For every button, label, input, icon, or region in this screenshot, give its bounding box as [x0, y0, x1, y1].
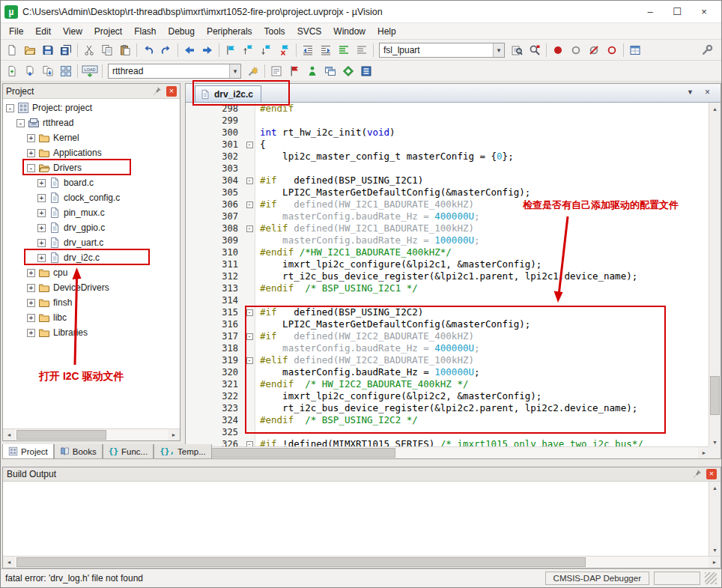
code-line-320[interactable]: 320 masterConfig.baudRate_Hz = 100000U;	[186, 366, 710, 378]
code-line-302[interactable]: 302 lpi2c_master_config_t masterConfig =…	[186, 151, 710, 163]
flag-icon[interactable]	[285, 62, 303, 80]
line-number[interactable]: 302	[186, 151, 244, 163]
code-line-318[interactable]: 318 masterConfig.baudRate_Hz = 400000U;	[186, 342, 710, 354]
scrollbar-track[interactable]	[15, 557, 709, 568]
maximize-button[interactable]: ☐	[664, 2, 691, 22]
fold-collapse-icon[interactable]: -	[244, 175, 255, 187]
line-number[interactable]: 323	[186, 402, 244, 414]
build-output-hscrollbar[interactable]: ◄ ►	[3, 556, 721, 568]
code-line-324[interactable]: 324#endif /* BSP_USING_I2C2 */	[186, 414, 710, 426]
menu-flash[interactable]: Flash	[128, 24, 162, 39]
prev-bookmark-icon[interactable]	[240, 41, 258, 59]
scroll-up-icon[interactable]: ▲	[709, 482, 721, 494]
line-number[interactable]: 311	[186, 258, 244, 270]
line-number[interactable]: 313	[186, 282, 244, 294]
expand-icon[interactable]: +	[37, 224, 46, 232]
code-line-299[interactable]: 299	[186, 115, 710, 127]
collapse-icon[interactable]: -	[27, 164, 35, 172]
breakpoints-kill-icon[interactable]	[585, 41, 603, 59]
line-number[interactable]: 312	[186, 270, 244, 282]
scrollbar-thumb[interactable]	[199, 448, 395, 458]
menu-help[interactable]: Help	[371, 24, 402, 39]
line-number[interactable]: 324	[186, 414, 244, 426]
windows-icon[interactable]	[321, 62, 339, 80]
build-output-close-icon[interactable]: ×	[706, 469, 717, 479]
paste-icon[interactable]	[116, 41, 134, 59]
view-tab-func[interactable]: {}Func...	[103, 444, 154, 459]
expand-icon[interactable]: +	[27, 134, 35, 142]
rebuild-icon[interactable]	[39, 62, 57, 80]
menu-file[interactable]: File	[3, 24, 29, 39]
expand-icon[interactable]: +	[27, 284, 35, 292]
window-layout-icon[interactable]	[626, 41, 644, 59]
configure-icon[interactable]	[698, 41, 716, 59]
redo-icon[interactable]	[157, 41, 175, 59]
tree-item-kernel[interactable]: +Kernel	[3, 130, 180, 145]
code-line-307[interactable]: 307 masterConfig.baudRate_Hz = 400000U;	[186, 210, 710, 222]
tree-item-libraries[interactable]: +Libraries	[3, 325, 180, 340]
line-number[interactable]: 315	[186, 306, 244, 318]
line-number[interactable]: 318	[186, 342, 244, 354]
scroll-right-icon[interactable]: ►	[168, 429, 180, 440]
code-line-323[interactable]: 323 rt_i2c_bus_device_register(&lpi2c2.p…	[186, 402, 710, 414]
indent-left-icon[interactable]	[299, 41, 317, 59]
code-line-313[interactable]: 313#endif /* BSP_USING_I2C1 */	[186, 282, 710, 294]
tree-item-pin-mux-c[interactable]: +pin_mux.c	[3, 205, 180, 220]
collapse-icon[interactable]: -	[6, 104, 14, 112]
manage-rte-icon[interactable]	[339, 62, 357, 80]
file-extensions-icon[interactable]	[267, 62, 285, 80]
batch-build-icon[interactable]	[57, 62, 75, 80]
build-icon[interactable]	[21, 62, 39, 80]
tree-item-finsh[interactable]: +finsh	[3, 295, 180, 310]
code-line-303[interactable]: 303	[186, 163, 710, 175]
find-in-files-icon[interactable]	[508, 41, 526, 59]
editor-horizontal-scrollbar[interactable]: ◄ ►	[186, 446, 710, 458]
code-line-304[interactable]: 304-#if defined(BSP_USING_I2C1)	[186, 175, 710, 187]
line-number[interactable]: 322	[186, 390, 244, 402]
resize-grip[interactable]	[705, 572, 717, 584]
code-line-311[interactable]: 311 imxrt_lpi2c_configure(&lpi2c1, &mast…	[186, 258, 710, 270]
scroll-up-icon[interactable]: ▲	[709, 103, 721, 115]
project-panel-close-icon[interactable]: ×	[166, 86, 177, 97]
menu-tools[interactable]: Tools	[258, 24, 291, 39]
debug-icon[interactable]	[303, 62, 321, 80]
scroll-down-icon[interactable]: ▼	[709, 544, 721, 556]
line-number[interactable]: 305	[186, 187, 244, 198]
view-tab-temp[interactable]: {},Temp...	[154, 444, 212, 459]
menu-edit[interactable]: Edit	[29, 24, 57, 39]
line-number[interactable]: 317	[186, 330, 244, 342]
find-icon[interactable]	[526, 41, 544, 59]
fold-collapse-icon[interactable]: -	[244, 354, 255, 366]
expand-icon[interactable]: +	[37, 209, 46, 217]
breakpoint-toggle-icon[interactable]	[549, 41, 567, 59]
build-output-vscrollbar[interactable]: ▲ ▼	[709, 482, 721, 556]
code-line-315[interactable]: 315-#if defined(BSP_USING_I2C2)	[186, 306, 710, 318]
tree-item-clock-config-c[interactable]: +clock_config.c	[3, 190, 180, 205]
navigate-back-icon[interactable]	[180, 41, 198, 59]
fold-collapse-icon[interactable]: -	[244, 306, 255, 318]
code-line-300[interactable]: 300int rt_hw_i2c_init(void)	[186, 127, 710, 139]
scrollbar-track[interactable]	[15, 429, 168, 440]
fold-collapse-icon[interactable]: -	[244, 139, 255, 151]
line-number[interactable]: 307	[186, 210, 244, 222]
expand-icon[interactable]: +	[27, 269, 35, 277]
breakpoint-disable-icon[interactable]	[567, 41, 585, 59]
tab-list-dropdown-icon[interactable]: ▼	[687, 88, 694, 96]
target-options-icon[interactable]	[244, 62, 262, 80]
expand-icon[interactable]: +	[37, 179, 46, 187]
tree-item-board-c[interactable]: +board.c	[3, 175, 180, 190]
line-number[interactable]: 300	[186, 127, 244, 139]
open-file-icon[interactable]	[21, 41, 39, 59]
line-number[interactable]: 306	[186, 198, 244, 210]
tree-item-project-project[interactable]: -Project: project	[3, 100, 180, 115]
code-line-301[interactable]: 301-{	[186, 139, 710, 151]
tree-item-applications[interactable]: +Applications	[3, 145, 180, 160]
menu-project[interactable]: Project	[88, 24, 128, 39]
find-combo-dropdown-icon[interactable]: ▾	[493, 43, 504, 57]
save-all-icon[interactable]	[57, 41, 75, 59]
clear-bookmarks-icon[interactable]	[276, 41, 294, 59]
tree-item-drv-uart-c[interactable]: +drv_uart.c	[3, 235, 180, 250]
uncomment-icon[interactable]	[353, 41, 371, 59]
code-line-317[interactable]: 317-#if defined(HW_I2C2_BADURATE_400kHZ)	[186, 330, 710, 342]
scrollbar-thumb[interactable]	[16, 430, 106, 440]
